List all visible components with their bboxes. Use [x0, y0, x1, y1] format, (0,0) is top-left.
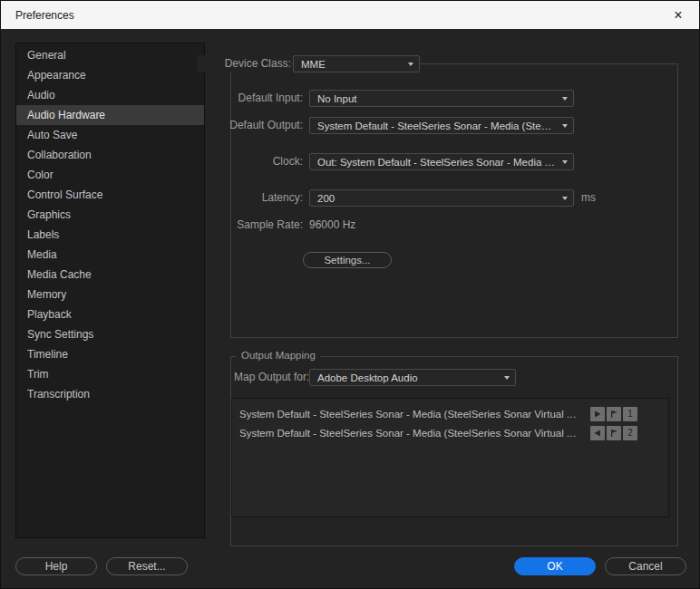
speaker-right-icon: [593, 410, 602, 419]
output-channel-row: System Default - SteelSeries Sonar - Med…: [232, 404, 668, 423]
preferences-dialog: Preferences × General Appearance Audio A…: [0, 0, 700, 589]
flag-icon: [609, 429, 618, 438]
reset-button[interactable]: Reset...: [106, 557, 188, 575]
channel-flag-button[interactable]: [607, 426, 621, 440]
sidebar-item-memory[interactable]: Memory: [16, 285, 204, 304]
latency-label: Latency:: [185, 189, 303, 207]
clock-select[interactable]: Out: System Default - SteelSeries Sonar …: [309, 153, 574, 170]
sidebar-item-auto-save[interactable]: Auto Save: [16, 125, 204, 145]
chevron-down-icon: [504, 376, 510, 380]
device-class-value: MME: [301, 59, 403, 70]
map-output-value: Adobe Desktop Audio: [317, 372, 499, 383]
sidebar-item-color[interactable]: Color: [16, 165, 204, 185]
settings-button[interactable]: Settings...: [303, 252, 392, 268]
sidebar-item-media[interactable]: Media: [16, 245, 204, 265]
category-list: General Appearance Audio Audio Hardware …: [15, 43, 205, 538]
latency-select[interactable]: 200: [309, 189, 574, 207]
clock-label: Clock:: [185, 153, 303, 170]
sidebar-item-sync-settings[interactable]: Sync Settings: [16, 324, 204, 344]
channel-number: 1: [627, 409, 633, 419]
output-channel-name: System Default - SteelSeries Sonar - Med…: [239, 409, 581, 420]
chevron-down-icon: [562, 124, 568, 128]
title-bar: Preferences ×: [1, 1, 699, 29]
chevron-down-icon: [562, 97, 568, 101]
clock-value: Out: System Default - SteelSeries Sonar …: [317, 157, 557, 168]
output-channel-name: System Default - SteelSeries Sonar - Med…: [239, 428, 581, 439]
device-class-select[interactable]: MME: [293, 55, 420, 72]
latency-value: 200: [317, 193, 557, 204]
close-button[interactable]: ×: [657, 1, 699, 29]
default-input-label: Default Input:: [185, 90, 303, 107]
flag-icon: [609, 410, 618, 419]
default-output-select[interactable]: System Default - SteelSeries Sonar - Med…: [309, 117, 574, 134]
chevron-down-icon: [562, 160, 568, 164]
sidebar-item-audio-hardware[interactable]: Audio Hardware: [16, 105, 204, 125]
sidebar-item-general[interactable]: General: [16, 45, 204, 65]
sidebar-item-media-cache[interactable]: Media Cache: [16, 265, 204, 285]
sidebar-item-graphics[interactable]: Graphics: [16, 205, 204, 225]
sidebar-item-appearance[interactable]: Appearance: [16, 65, 204, 85]
map-output-label: Map Output for:: [234, 369, 310, 386]
sidebar-item-control-surface[interactable]: Control Surface: [16, 185, 204, 205]
sample-rate-value: 96000 Hz: [309, 217, 355, 234]
channel-number-tile[interactable]: 1: [623, 407, 637, 421]
close-icon: ×: [674, 7, 682, 24]
latency-unit: ms: [581, 189, 617, 207]
channel-number-tile[interactable]: 2: [623, 426, 637, 440]
default-input-value: No Input: [317, 93, 557, 104]
sidebar-item-playback[interactable]: Playback: [16, 304, 204, 324]
output-mapping-title: Output Mapping: [237, 350, 320, 361]
speaker-right-button[interactable]: [590, 407, 605, 421]
sidebar-item-labels[interactable]: Labels: [16, 225, 204, 245]
map-output-select[interactable]: Adobe Desktop Audio: [309, 369, 516, 386]
window-title: Preferences: [15, 9, 74, 22]
ok-button[interactable]: OK: [514, 557, 596, 575]
sidebar-item-transcription[interactable]: Transcription: [16, 384, 204, 404]
default-output-value: System Default - SteelSeries Sonar - Med…: [317, 121, 557, 131]
channel-number: 2: [627, 428, 633, 438]
sample-rate-label: Sample Rate:: [185, 217, 303, 234]
output-channel-list: System Default - SteelSeries Sonar - Med…: [231, 398, 669, 517]
default-output-label: Default Output:: [185, 117, 303, 134]
sidebar-item-collaboration[interactable]: Collaboration: [16, 145, 204, 165]
help-button[interactable]: Help: [15, 557, 97, 575]
chevron-down-icon: [408, 63, 413, 66]
chevron-down-icon: [562, 197, 568, 200]
speaker-left-icon: [593, 429, 602, 438]
device-class-label: Device Class:: [197, 55, 291, 72]
channel-flag-button[interactable]: [607, 407, 621, 421]
default-input-select[interactable]: No Input: [309, 90, 574, 107]
cancel-button[interactable]: Cancel: [605, 557, 686, 575]
sidebar-item-timeline[interactable]: Timeline: [16, 344, 204, 364]
sidebar-item-audio[interactable]: Audio: [16, 85, 204, 105]
output-channel-row: System Default - SteelSeries Sonar - Med…: [232, 423, 668, 442]
speaker-left-button[interactable]: [590, 426, 605, 440]
sidebar-item-trim[interactable]: Trim: [16, 364, 204, 384]
